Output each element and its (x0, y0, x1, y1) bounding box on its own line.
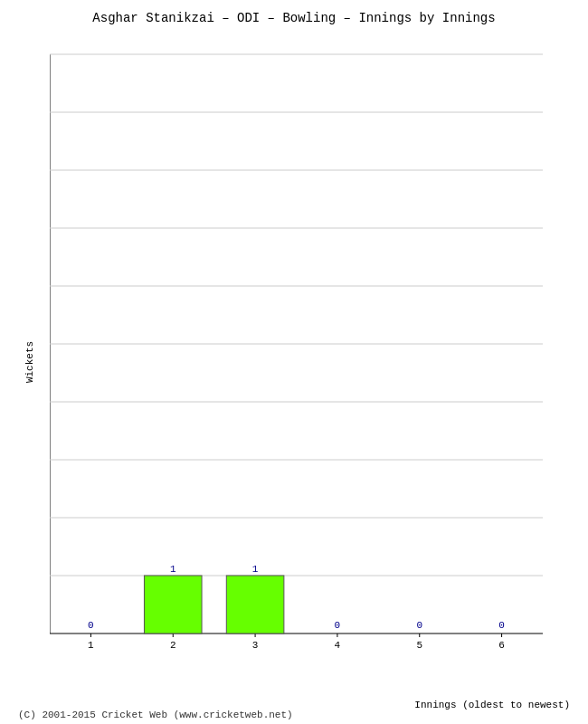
svg-rect-44 (226, 576, 284, 634)
chart-title: Asghar Stanikzai – ODI – Bowling – Innin… (0, 0, 588, 29)
chart-container: Asghar Stanikzai – ODI – Bowling – Innin… (0, 0, 588, 724)
copyright: (C) 2001-2015 Cricket Web (www.cricketwe… (18, 710, 293, 720)
chart-svg: 012345678910102131405060 (50, 36, 570, 661)
svg-text:0: 0 (88, 620, 94, 631)
svg-text:6: 6 (498, 640, 505, 651)
x-axis-label: Innings (oldest to newest) (414, 700, 570, 710)
svg-text:5: 5 (416, 640, 422, 651)
svg-rect-0 (50, 36, 570, 661)
svg-text:1: 1 (88, 640, 94, 651)
y-axis-label: Wickets (24, 341, 35, 383)
svg-text:4: 4 (335, 640, 341, 651)
svg-text:3: 3 (252, 640, 259, 651)
svg-rect-40 (144, 576, 202, 634)
svg-text:0: 0 (335, 620, 341, 631)
svg-text:0: 0 (498, 620, 505, 631)
svg-text:1: 1 (252, 564, 259, 575)
svg-text:0: 0 (416, 620, 422, 631)
svg-text:1: 1 (170, 564, 176, 575)
svg-text:2: 2 (170, 640, 176, 651)
